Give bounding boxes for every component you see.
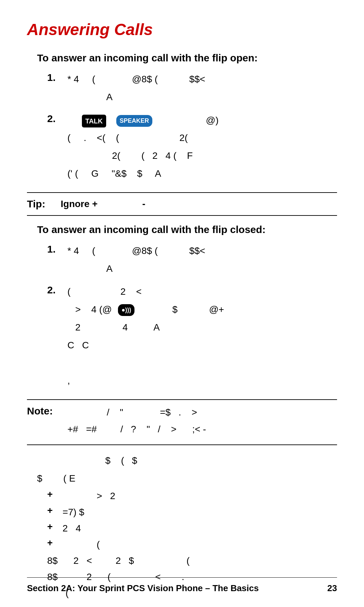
- speaker-badge: SPEAKER: [116, 115, 152, 127]
- s2-item2-line2: > 4 (@ ●))) $ @+: [67, 302, 224, 317]
- note-content2: +# =# / ? " / > ;< -: [67, 422, 206, 436]
- s2-item2-line6: ,: [67, 373, 224, 388]
- section1-items: 1. * 4 ( @8$ ( $$< A 2. TALK SPEAKER: [27, 72, 337, 184]
- s2-item2-number: 2.: [47, 284, 67, 296]
- s2-item1-line2: A: [67, 261, 205, 277]
- page-footer: Section 2A: Your Sprint PCS Vision Phone…: [27, 577, 337, 594]
- s2-item2-content: ( 2 < > 4 (@ ●))) $ @+ 2 4 A C C ,: [67, 284, 224, 391]
- bullet5-content: 8$ 2 < 2 $ (: [47, 554, 190, 568]
- body-intro: $ ( $: [37, 453, 337, 468]
- footer-left: Section 2A: Your Sprint PCS Vision Phone…: [27, 583, 259, 594]
- s2-item2-line1: ( 2 <: [67, 284, 224, 299]
- bullet2: + =7) $: [37, 505, 337, 519]
- bullet1-marker: +: [47, 489, 57, 500]
- talk-badge: TALK: [82, 115, 106, 127]
- item1-line2: A: [67, 90, 205, 105]
- bullet4-content: (: [57, 538, 100, 552]
- bullet4: + (: [37, 538, 337, 552]
- s2-item2-line5: [67, 356, 224, 371]
- bullet5: 8$ 2 < 2 $ (: [37, 554, 337, 568]
- bullet3-content: 2 4: [57, 521, 81, 536]
- s2-item1-content: * 4 ( @8$ ( $$< A: [67, 243, 205, 279]
- item2-number: 2.: [47, 113, 67, 124]
- page-content: Answering Calls To answer an incoming ca…: [0, 0, 364, 607]
- item1-line1: * 4 ( @8$ ( $$<: [67, 72, 205, 87]
- page-title: Answering Calls: [27, 20, 337, 39]
- section1-item1: 1. * 4 ( @8$ ( $$< A: [47, 72, 337, 108]
- section1-heading: To answer an incoming call with the flip…: [27, 52, 337, 64]
- footer-page: 23: [327, 583, 337, 594]
- section2-item2: 2. ( 2 < > 4 (@ ●))) $ @+ 2 4 A C C: [47, 284, 337, 391]
- s2-item1-number: 1.: [47, 243, 67, 255]
- item2-line4: (' ( G "&$ $ A: [67, 166, 218, 181]
- bullet2-content: =7) $: [57, 505, 84, 519]
- s2-item2-line3: 2 4 A: [67, 320, 224, 335]
- note-content1: / " =$ . >: [67, 405, 197, 420]
- note-row1: Note: / " =$ . >: [27, 405, 337, 420]
- bullet3: + 2 4: [37, 521, 337, 536]
- sound-icon-badge: ●))): [118, 304, 134, 316]
- bullet4-marker: +: [47, 538, 57, 548]
- item2-content: TALK SPEAKER @) ( . <( ( 2( 2( ( 2 4 ( F…: [67, 113, 218, 184]
- section2-items: 1. * 4 ( @8$ ( $$< A 2. ( 2 < > 4 (@: [27, 243, 337, 391]
- note-box: Note: / " =$ . > +# =# / ? " / > ;< -: [27, 399, 337, 445]
- s2-item2-line4: C C: [67, 338, 224, 353]
- tip-content: Ignore + -: [61, 199, 145, 209]
- item2-line1: TALK SPEAKER @): [67, 113, 218, 128]
- tip-box: Tip: Ignore + -: [27, 192, 337, 216]
- s2-item1-line1: * 4 ( @8$ ( $$<: [67, 243, 205, 259]
- bullet2-marker: +: [47, 505, 57, 516]
- bullet1: + > 2: [37, 489, 337, 503]
- note-row2: +# =# / ? " / > ;< -: [27, 422, 337, 436]
- bullet1-content: > 2: [57, 489, 115, 503]
- section1-item2: 2. TALK SPEAKER @) ( . <( ( 2( 2(: [47, 113, 337, 184]
- body-dollar-line: $ ( E: [37, 471, 337, 486]
- item1-content: * 4 ( @8$ ( $$< A: [67, 72, 205, 108]
- tip-label: Tip:: [27, 198, 61, 210]
- item1-number: 1.: [47, 72, 67, 83]
- bullet3-marker: +: [47, 521, 57, 532]
- item2-line3: 2( ( 2 4 ( F: [67, 148, 218, 164]
- section2-item1: 1. * 4 ( @8$ ( $$< A: [47, 243, 337, 279]
- section2-heading: To answer an incoming call with the flip…: [27, 224, 337, 235]
- item2-line2: ( . <( ( 2(: [67, 131, 218, 146]
- note-label: Note:: [27, 405, 67, 417]
